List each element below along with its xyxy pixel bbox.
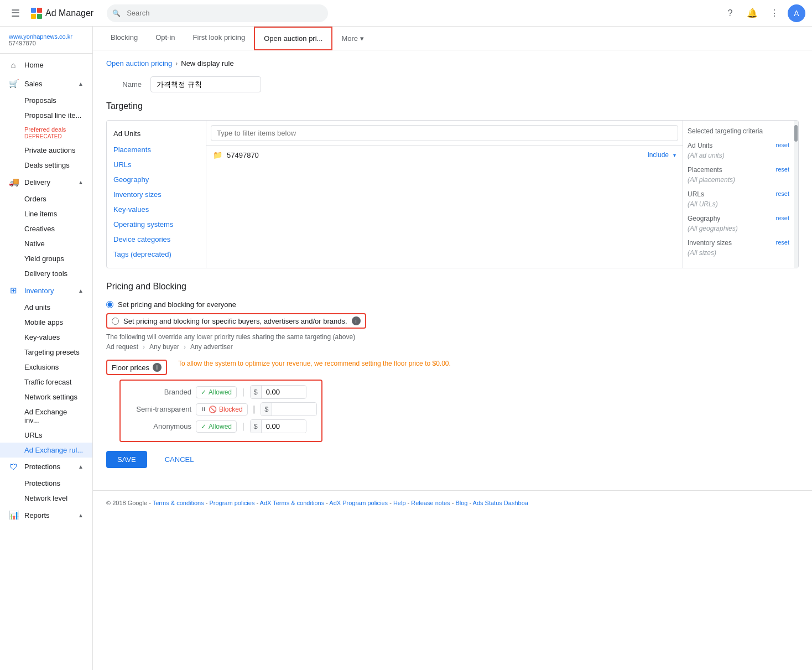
sidebar-item-native[interactable]: Native: [0, 236, 92, 251]
check-icon-branded: ✓: [201, 388, 206, 396]
criteria-ad-units-value: (All ad units): [688, 152, 789, 159]
criteria-placements-reset[interactable]: reset: [776, 166, 789, 174]
sidebar-item-targeting-presets[interactable]: Targeting presets: [0, 345, 92, 360]
tab-more[interactable]: More ▾: [332, 28, 373, 49]
criteria-urls-value: (All URLs): [688, 200, 789, 208]
floor-status-semi-transparent[interactable]: ⏸ 🚫 Blocked: [196, 403, 248, 415]
sidebar-group-reports[interactable]: 📊 Reports ▲: [0, 506, 92, 524]
name-input[interactable]: [150, 76, 261, 92]
sidebar-group-inventory[interactable]: ⊞ Inventory ▲: [0, 281, 92, 300]
targeting-include-btn[interactable]: include: [648, 151, 669, 159]
sidebar-group-protections[interactable]: 🛡 Protections ▲: [0, 458, 92, 476]
pricing-section: Set pricing and blocking for everyone Se…: [106, 300, 799, 468]
divider-branded: │: [241, 388, 246, 396]
cancel-button[interactable]: CANCEL: [154, 451, 205, 468]
pause-icon: ⏸: [201, 406, 206, 412]
sidebar-item-home[interactable]: ⌂ Home: [0, 56, 92, 74]
footer-link-help[interactable]: Help: [393, 500, 406, 506]
targeting-item-placements[interactable]: Placements: [107, 142, 206, 157]
targeting-item-urls[interactable]: URLs: [107, 157, 206, 172]
sidebar-item-adexchange-inv[interactable]: Ad Exchange inv...: [0, 404, 92, 428]
floor-status-anonymous[interactable]: ✓ Allowed: [196, 420, 237, 433]
sidebar-item-mobile-apps[interactable]: Mobile apps: [0, 315, 92, 330]
sidebar-item-deals-settings[interactable]: Deals settings: [0, 158, 92, 173]
sidebar-item-urls[interactable]: URLs: [0, 428, 92, 443]
footer-link-adx-program[interactable]: AdX Program policies: [329, 500, 388, 506]
save-button[interactable]: SAVE: [106, 451, 147, 468]
sidebar-item-proposals[interactable]: Proposals: [0, 93, 92, 108]
criteria-inventory-sizes-reset[interactable]: reset: [776, 239, 789, 247]
info-icon[interactable]: i: [352, 316, 361, 325]
sidebar-item-traffic-forecast[interactable]: Traffic forecast: [0, 375, 92, 389]
footer-link-blog[interactable]: Blog: [455, 500, 467, 506]
pricing-option2-radio[interactable]: [112, 318, 119, 325]
more-options-icon[interactable]: ⋮: [766, 4, 783, 22]
criteria-ad-units-reset[interactable]: reset: [776, 142, 789, 149]
breadcrumb: Open auction pricing › New display rule: [106, 59, 799, 67]
sidebar-item-exclusions[interactable]: Exclusions: [0, 360, 92, 375]
criteria-geography-reset[interactable]: reset: [776, 215, 789, 222]
targeting-right-wrap: Selected targeting criteria Ad Units res…: [683, 121, 798, 268]
sidebar-item-yield-groups[interactable]: Yield groups: [0, 251, 92, 266]
tab-open-auction[interactable]: Open auction pri...: [254, 27, 332, 50]
logo-icon: [31, 8, 42, 19]
criteria-urls-reset[interactable]: reset: [776, 190, 789, 198]
sidebar-item-private-auctions[interactable]: Private auctions: [0, 143, 92, 158]
floor-value-semi-transparent[interactable]: [272, 403, 316, 415]
targeting-item-device-categories[interactable]: Device categories: [107, 232, 206, 247]
criteria-inventory-sizes-value: (All sizes): [688, 249, 789, 257]
footer-copyright: © 2018 Google: [106, 500, 147, 506]
sidebar-item-proposal-line[interactable]: Proposal line ite...: [0, 108, 92, 123]
sidebar-item-ad-units[interactable]: Ad units: [0, 300, 92, 315]
footer-link-release[interactable]: Release notes: [411, 500, 450, 506]
targeting-item-inventory-sizes[interactable]: Inventory sizes: [107, 187, 206, 202]
sidebar-item-delivery-tools[interactable]: Delivery tools: [0, 266, 92, 281]
sidebar-item-adexchange-rul[interactable]: Ad Exchange rul...: [0, 443, 92, 458]
pricing-option1-radio[interactable]: [106, 301, 113, 308]
floor-prices-info-icon[interactable]: i: [153, 363, 162, 372]
tab-opt-in[interactable]: Opt-in: [147, 27, 184, 50]
floor-hint: To allow the system to optimize your rev…: [178, 360, 451, 367]
footer-link-adx-terms[interactable]: AdX Terms & conditions: [260, 500, 325, 506]
help-icon[interactable]: ?: [721, 4, 739, 22]
floor-status-branded[interactable]: ✓ Allowed: [196, 386, 237, 398]
criteria-geography-label: Geography: [688, 215, 720, 222]
targeting-item-geography[interactable]: Geography: [107, 172, 206, 187]
floor-table: Branded ✓ Allowed │ $ Semi-transpa: [119, 380, 322, 442]
sidebar-group-sales[interactable]: 🛒 Sales ▲: [0, 74, 92, 93]
menu-icon[interactable]: ☰: [7, 3, 24, 24]
floor-value-anonymous[interactable]: [262, 420, 306, 433]
floor-value-branded[interactable]: [262, 386, 306, 398]
search-input[interactable]: [107, 4, 328, 22]
breadcrumb-parent[interactable]: Open auction pricing: [106, 59, 172, 67]
chain-any-advertiser: Any advertiser: [190, 343, 233, 351]
sidebar-item-preferred-deals[interactable]: Preferred dealsDEPRECATED: [0, 123, 92, 143]
reports-icon: 📊: [9, 510, 18, 520]
name-label: Name: [106, 80, 150, 89]
tab-first-look[interactable]: First look pricing: [184, 27, 254, 50]
currency-symbol-branded: $: [251, 386, 262, 398]
home-icon: ⌂: [9, 60, 18, 70]
inventory-icon: ⊞: [9, 285, 18, 295]
targeting-item-operating-systems[interactable]: Operating systems: [107, 217, 206, 232]
sidebar-item-network-settings[interactable]: Network settings: [0, 389, 92, 404]
sidebar-item-creatives[interactable]: Creatives: [0, 221, 92, 236]
sidebar-item-line-items[interactable]: Line items: [0, 206, 92, 221]
sidebar-group-delivery[interactable]: 🚚 Delivery ▲: [0, 173, 92, 191]
sidebar-item-key-values[interactable]: Key-values: [0, 330, 92, 345]
pricing-title: Pricing and Blocking: [106, 282, 799, 292]
sidebar-item-orders[interactable]: Orders: [0, 191, 92, 206]
more-label: More: [341, 34, 358, 43]
sidebar-item-network-level[interactable]: Network level: [0, 491, 92, 506]
tab-blocking[interactable]: Blocking: [102, 27, 147, 50]
targeting-item-tags[interactable]: Tags (deprecated): [107, 247, 206, 262]
footer-link-ads-status[interactable]: Ads Status Dashboa: [473, 500, 528, 506]
avatar[interactable]: A: [788, 4, 805, 22]
footer-link-program[interactable]: Program policies: [209, 500, 254, 506]
sidebar-item-protections-sub[interactable]: Protections: [0, 476, 92, 491]
footer-link-terms[interactable]: Terms & conditions: [153, 500, 204, 506]
targeting-filter-input[interactable]: [211, 125, 678, 141]
targeting-item-key-values[interactable]: Key-values: [107, 202, 206, 217]
notifications-icon[interactable]: 🔔: [743, 4, 761, 22]
logo: Ad Manager: [31, 8, 93, 19]
